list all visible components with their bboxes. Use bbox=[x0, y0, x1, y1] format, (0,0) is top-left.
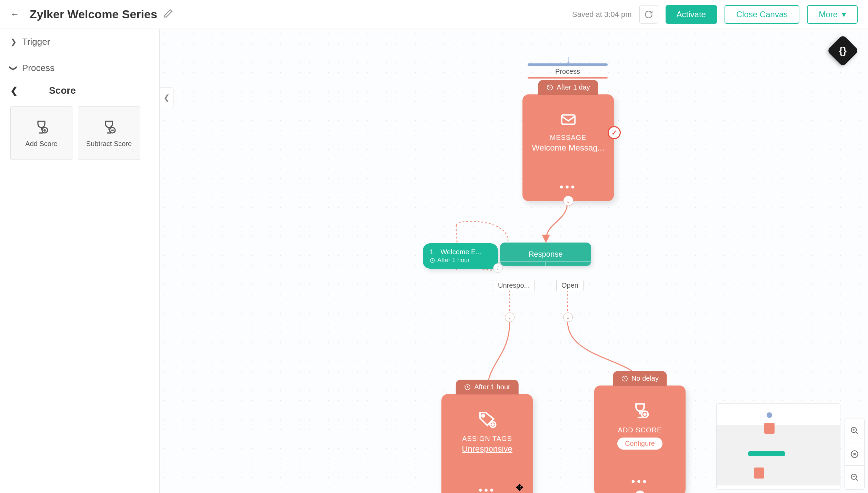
close-canvas-button[interactable]: Close Canvas bbox=[725, 5, 799, 24]
tool-add-score[interactable]: Add Score bbox=[10, 106, 72, 160]
history-icon bbox=[621, 375, 628, 382]
process-entry: Process bbox=[528, 63, 608, 79]
minimap-node bbox=[764, 423, 775, 434]
minimap-node bbox=[748, 451, 785, 456]
tag-icon bbox=[478, 409, 497, 430]
more-dots-icon[interactable]: ••• bbox=[479, 484, 496, 493]
variant-number: 1 bbox=[430, 248, 439, 256]
sub-back-icon[interactable]: ❮ bbox=[10, 85, 18, 96]
connector-add-right[interactable]: ⌄ bbox=[563, 312, 573, 322]
score-title: Score bbox=[49, 85, 76, 96]
page-title: Zylker Welcome Series bbox=[30, 8, 173, 21]
minimap[interactable] bbox=[716, 403, 840, 490]
expand-node-button[interactable]: ⌄ bbox=[635, 490, 645, 493]
welcome-variant-pill[interactable]: 1 Welcome E... After 1 hour i bbox=[423, 243, 498, 269]
tags-node-value[interactable]: Unresponsive bbox=[462, 444, 512, 454]
score-delay-tab[interactable]: No delay bbox=[613, 371, 667, 386]
svg-rect-2 bbox=[561, 115, 575, 124]
refresh-button[interactable] bbox=[639, 5, 658, 24]
move-cursor-icon: ✥ bbox=[516, 482, 523, 493]
history-icon bbox=[546, 84, 553, 91]
trigger-label: Trigger bbox=[22, 37, 50, 47]
branch-open[interactable]: Open bbox=[556, 280, 583, 291]
help-button[interactable]: {} bbox=[827, 34, 859, 66]
minimap-entry bbox=[767, 412, 772, 418]
chevron-right-icon: ❯ bbox=[10, 38, 17, 47]
history-icon bbox=[464, 384, 471, 391]
tool-label: Add Score bbox=[25, 140, 57, 148]
canvas[interactable]: ❮ ↓ Process After 1 day MESSAGE W bbox=[160, 29, 868, 493]
tags-delay-text: After 1 hour bbox=[474, 383, 510, 391]
zoom-out-button[interactable] bbox=[845, 466, 864, 489]
trophy-plus-icon bbox=[630, 401, 650, 421]
tool-subtract-score[interactable]: Subtract Score bbox=[78, 106, 140, 160]
saved-status: Saved at 3:04 pm bbox=[572, 10, 631, 19]
header: ← Zylker Welcome Series Saved at 3:04 pm… bbox=[0, 0, 868, 29]
collapse-sidebar-button[interactable]: ❮ bbox=[160, 88, 173, 108]
title-text: Zylker Welcome Series bbox=[30, 8, 157, 21]
branch-unresponsive[interactable]: Unrespo... bbox=[493, 280, 535, 291]
svg-point-4 bbox=[482, 414, 484, 417]
sidebar-trigger-header[interactable]: ❯ Trigger bbox=[0, 29, 159, 55]
add-score-node[interactable]: No delay ADD SCORE Configure ••• ⌄ bbox=[594, 386, 686, 493]
more-dots-icon[interactable]: ••• bbox=[560, 181, 577, 193]
zoom-reset-button[interactable] bbox=[845, 442, 864, 466]
score-subheader: ❮ Score bbox=[0, 81, 159, 100]
back-arrow-icon[interactable]: ← bbox=[10, 9, 19, 20]
assign-tags-node[interactable]: After 1 hour ASSIGN TAGS Unresponsive ••… bbox=[441, 394, 533, 493]
zoom-in-button[interactable] bbox=[845, 419, 864, 442]
envelope-icon bbox=[559, 112, 578, 129]
variant-title: Welcome E... bbox=[441, 248, 482, 256]
more-label: More bbox=[819, 10, 838, 19]
sidebar: ❯ Trigger ❯ Process ❮ Score Add Score Su… bbox=[0, 29, 160, 493]
response-split bbox=[500, 261, 591, 266]
variant-delay: After 1 hour bbox=[430, 257, 491, 264]
tool-grid: Add Score Subtract Score bbox=[0, 100, 159, 166]
more-dots-icon[interactable]: ••• bbox=[631, 476, 649, 487]
delay-text: After 1 day bbox=[557, 83, 590, 91]
expand-node-button[interactable]: ⌄ bbox=[563, 196, 573, 206]
zoom-controls bbox=[845, 419, 865, 490]
connector-add-left[interactable]: ⌄ bbox=[505, 312, 515, 322]
check-badge-icon: ✓ bbox=[608, 126, 621, 139]
node-title: Welcome Messag... bbox=[532, 143, 604, 153]
node-type: MESSAGE bbox=[550, 134, 587, 142]
delay-tab[interactable]: After 1 day bbox=[538, 80, 598, 95]
score-delay-text: No delay bbox=[631, 374, 659, 382]
variant-delay-text: After 1 hour bbox=[437, 257, 470, 264]
configure-button[interactable]: Configure bbox=[617, 438, 662, 450]
sidebar-process-header[interactable]: ❯ Process bbox=[0, 55, 159, 81]
tags-delay-tab[interactable]: After 1 hour bbox=[456, 380, 519, 394]
trophy-minus-icon bbox=[101, 119, 117, 135]
process-entry-label: Process bbox=[528, 66, 608, 76]
chevron-down-icon: ▾ bbox=[842, 10, 846, 19]
trophy-plus-icon bbox=[33, 119, 50, 135]
message-node[interactable]: After 1 day MESSAGE Welcome Messag... ••… bbox=[522, 94, 614, 201]
response-label: Response bbox=[528, 250, 562, 259]
help-icon: {} bbox=[839, 45, 847, 56]
response-node[interactable]: Response bbox=[500, 243, 591, 266]
header-right: Saved at 3:04 pm Activate Close Canvas M… bbox=[572, 5, 858, 24]
tags-node-type: ASSIGN TAGS bbox=[462, 435, 512, 443]
activate-button[interactable]: Activate bbox=[666, 5, 717, 24]
minimap-node bbox=[754, 468, 764, 479]
edit-icon[interactable] bbox=[163, 8, 173, 21]
process-label: Process bbox=[22, 63, 54, 73]
more-button[interactable]: More ▾ bbox=[807, 5, 858, 24]
clock-icon bbox=[430, 258, 435, 263]
score-node-type: ADD SCORE bbox=[618, 426, 662, 434]
header-left: ← Zylker Welcome Series bbox=[10, 8, 173, 21]
main: ❯ Trigger ❯ Process ❮ Score Add Score Su… bbox=[0, 29, 868, 493]
tool-label: Subtract Score bbox=[86, 140, 132, 148]
chevron-down-icon: ❯ bbox=[9, 65, 18, 71]
